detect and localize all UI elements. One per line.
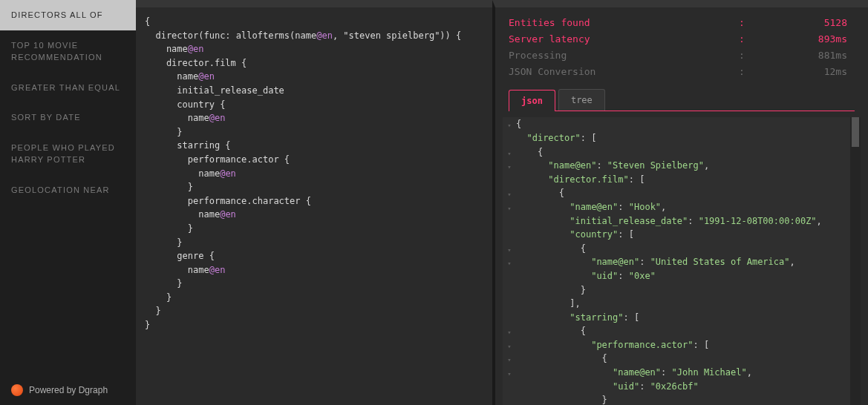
metric-processing: Processing : 881ms (509, 47, 855, 64)
metric-server-latency: Server latency : 893ms (509, 31, 855, 47)
metric-colon: : (739, 64, 761, 80)
metric-label: JSON Conversion (509, 64, 739, 80)
powered-by-label: Powered by Dgraph (29, 385, 108, 395)
sidebar-item-directors-all-of[interactable]: DIRECTORS ALL OF (0, 0, 136, 30)
json-gutter: ▾▾▾▾▾▾▾▾▾▾▾▾▾ (503, 117, 516, 405)
dgraph-logo-icon (11, 384, 23, 396)
scrollbar-thumb[interactable] (852, 117, 859, 147)
powered-by[interactable]: Powered by Dgraph (0, 375, 136, 405)
metric-label: Entities found (509, 15, 739, 31)
result-tabs: json tree (509, 89, 855, 111)
metric-label: Server latency (509, 31, 739, 47)
sidebar-item-sort-by-date[interactable]: SORT BY DATE (0, 102, 136, 133)
sidebar: DIRECTORS ALL OF TOP 10 MOVIE RECOMMENDA… (0, 0, 136, 405)
query-editor-panel: { director(func: allofterms(name@en, "st… (136, 0, 492, 405)
sidebar-item-harry-potter[interactable]: PEOPLE WHO PLAYED HARRY POTTER (0, 133, 136, 175)
sidebar-item-geolocation-near[interactable]: GEOLOCATION NEAR (0, 175, 136, 205)
sidebar-items: DIRECTORS ALL OF TOP 10 MOVIE RECOMMENDA… (0, 0, 136, 375)
result-panel: Entities found : 5128 Server latency : 8… (492, 0, 868, 405)
sidebar-item-greater-than-equal[interactable]: GREATER THAN EQUAL (0, 73, 136, 103)
json-text: { "director": [ { "name@en": "Steven Spi… (516, 117, 850, 405)
tab-json[interactable]: json (509, 90, 555, 111)
sidebar-item-top-10-movie[interactable]: TOP 10 MOVIE RECOMMENDATION (0, 30, 136, 73)
scrollbar[interactable] (850, 117, 861, 405)
query-editor[interactable]: { director(func: allofterms(name@en, "st… (136, 7, 492, 340)
json-output[interactable]: ▾▾▾▾▾▾▾▾▾▾▾▾▾ { "director": [ { "name@en… (503, 117, 861, 405)
metrics: Entities found : 5128 Server latency : 8… (503, 7, 861, 89)
metric-colon: : (739, 15, 761, 31)
metric-colon: : (739, 47, 761, 64)
metric-colon: : (739, 31, 761, 47)
metric-json-conversion: JSON Conversion : 12ms (509, 64, 855, 80)
tab-tree[interactable]: tree (558, 89, 605, 111)
metric-entities-found: Entities found : 5128 (509, 15, 855, 31)
metric-value: 5128 (761, 15, 855, 31)
metric-value: 881ms (761, 47, 855, 64)
metric-value: 12ms (761, 64, 855, 80)
metric-label: Processing (509, 47, 739, 64)
metric-value: 893ms (761, 31, 855, 47)
